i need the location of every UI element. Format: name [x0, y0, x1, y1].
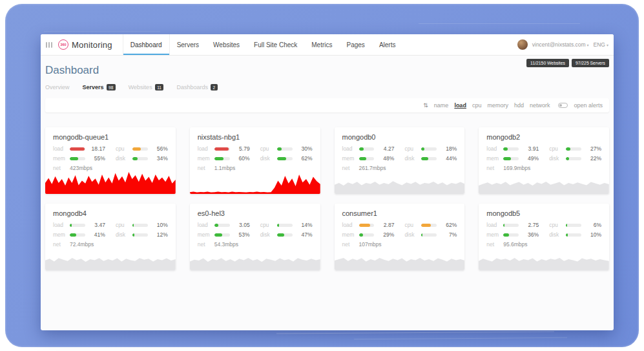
server-name: mongodb5 — [479, 204, 609, 220]
server-card-es0-hel3[interactable]: es0-hel3load3.05cpu14%mem53%disk47%net54… — [190, 204, 320, 270]
server-name: mongodb-queue1 — [45, 127, 176, 144]
sort-option-hdd[interactable]: hdd — [514, 102, 524, 109]
nav-tab-websites[interactable]: Websites — [206, 34, 247, 55]
metric-label-disk: disk — [260, 155, 273, 162]
metric-label-disk: disk — [549, 155, 562, 162]
subtab-overview[interactable]: Overview — [45, 84, 70, 90]
metric-bar-fill — [132, 233, 134, 237]
counter-badge-websites[interactable]: 11/2150 Websites — [526, 59, 569, 67]
metric-bar-fill — [421, 233, 422, 237]
nav-tab-metrics[interactable]: Metrics — [304, 34, 339, 55]
metric-disk: disk47% — [260, 231, 313, 238]
metric-cpu: cpu14% — [260, 222, 313, 228]
metric-disk: disk34% — [116, 155, 168, 162]
metric-bar-disk — [277, 157, 293, 160]
nav-tab-full-site-check[interactable]: Full Site Check — [247, 34, 304, 55]
nav-tab-alerts[interactable]: Alerts — [372, 34, 403, 55]
open-alerts-toggle-icon[interactable] — [558, 103, 568, 108]
subtab-servers[interactable]: Servers98 — [83, 84, 116, 90]
metric-label-load: load — [486, 145, 499, 152]
metric-mem: mem60% — [198, 155, 250, 162]
metric-value-load: 3.91 — [523, 145, 539, 152]
metric-label-net: net — [53, 165, 66, 171]
metric-bar-mem — [503, 233, 519, 237]
sort-option-name[interactable]: name — [434, 102, 449, 109]
server-card-mongodb5[interactable]: mongodb5load2.75cpu6%mem36%disk10%net95.… — [479, 204, 609, 270]
sort-options: nameloadcpumemoryhddnetwork — [434, 102, 550, 109]
metric-label-load: load — [342, 222, 355, 228]
metric-load: load2.87 — [342, 222, 395, 228]
load-sparkline — [190, 172, 320, 194]
metric-label-mem: mem — [198, 231, 211, 238]
metrics: load2.75cpu6%mem36%disk10% — [479, 220, 609, 238]
metric-disk: disk7% — [404, 231, 457, 238]
metric-cpu: cpu62% — [404, 222, 457, 228]
metric-value-disk: 10% — [585, 231, 601, 238]
metric-bar-mem — [214, 157, 230, 160]
metric-bar-fill — [503, 233, 509, 237]
server-card-mongodb2[interactable]: mongodb2load3.91cpu27%mem49%disk22%net16… — [479, 127, 609, 194]
metric-bar-disk — [566, 233, 581, 237]
nav-tab-pages[interactable]: Pages — [340, 34, 372, 55]
page-head: Dashboard 11/2150 Websites97/225 Servers — [45, 56, 609, 77]
nav-tab-dashboard[interactable]: Dashboard — [123, 34, 170, 55]
server-card-nixstats-nbg1[interactable]: nixstats-nbg1load5.79cpu30%mem60%disk62%… — [190, 127, 320, 194]
metric-label-cpu: cpu — [116, 145, 129, 152]
subtab-websites[interactable]: Websites11 — [129, 84, 164, 90]
metric-net: net107mbps — [335, 238, 465, 248]
open-alerts-toggle-label[interactable]: open alerts — [574, 102, 603, 109]
metric-label-mem: mem — [342, 155, 355, 162]
metric-label-disk: disk — [404, 231, 417, 238]
server-card-mongodb-queue1[interactable]: mongodb-queue1load18.17cpu56%mem55%disk3… — [45, 127, 176, 194]
metric-label-net: net — [486, 165, 499, 171]
metric-value-disk: 12% — [152, 231, 168, 238]
logo-360-icon: 360 — [58, 39, 68, 50]
metric-value-mem: 48% — [378, 155, 394, 162]
metric-value-load: 3.47 — [89, 222, 105, 228]
metric-value-mem: 53% — [234, 231, 250, 238]
decor-line — [276, 331, 554, 334]
sort-option-cpu[interactable]: cpu — [472, 102, 482, 109]
subtab-label: Dashboards — [176, 84, 208, 90]
metric-value-load: 4.27 — [378, 145, 394, 152]
metric-label-cpu: cpu — [404, 222, 417, 228]
sort-option-memory[interactable]: memory — [487, 102, 508, 109]
apps-grid-icon[interactable] — [46, 42, 52, 48]
sort-option-network[interactable]: network — [530, 102, 550, 109]
logo[interactable]: 360 Monitoring — [58, 34, 112, 55]
metric-mem: mem29% — [342, 231, 395, 238]
metric-bar-fill — [566, 157, 569, 160]
metric-value-net: 107mbps — [359, 241, 382, 248]
counter-badge-servers[interactable]: 97/225 Servers — [572, 59, 609, 67]
metric-cpu: cpu10% — [116, 222, 168, 228]
metric-bar-load — [359, 147, 375, 151]
sort-direction-icon[interactable]: ⇅ — [423, 103, 428, 109]
metric-value-mem: 55% — [89, 155, 105, 162]
metric-load: load4.27 — [342, 145, 395, 152]
load-sparkline — [45, 248, 176, 270]
metric-bar-cpu — [566, 224, 581, 227]
metric-load: load3.91 — [486, 145, 539, 152]
nav-tabs: DashboardServersWebsitesFull Site CheckM… — [123, 34, 403, 55]
metric-label-cpu: cpu — [549, 222, 562, 228]
nav-tab-servers[interactable]: Servers — [170, 34, 206, 55]
metric-disk: disk10% — [549, 231, 601, 238]
metric-bar-disk — [421, 233, 437, 237]
metric-value-disk: 44% — [441, 155, 457, 162]
sort-option-load[interactable]: load — [454, 102, 466, 109]
server-card-mongodb4[interactable]: mongodb4load3.47cpu10%mem41%disk12%net72… — [45, 204, 176, 270]
metric-label-cpu: cpu — [404, 145, 417, 152]
metric-label-load: load — [198, 222, 211, 228]
language-dropdown[interactable]: ENG▾ — [594, 41, 608, 48]
metric-value-net: 95.6mbps — [503, 241, 527, 248]
user-avatar[interactable] — [517, 39, 528, 50]
user-email-dropdown[interactable]: vincent@nixstats.com▾ — [532, 41, 589, 48]
server-card-consumer1[interactable]: consumer1load2.87cpu62%mem29%disk7%net10… — [335, 204, 465, 270]
metric-bar-fill — [503, 157, 511, 160]
metric-bar-fill — [503, 147, 507, 151]
server-name: mongodb0 — [335, 127, 465, 144]
metric-cpu: cpu6% — [549, 222, 601, 228]
server-card-mongodb0[interactable]: mongodb0load4.27cpu18%mem48%disk44%net26… — [335, 127, 465, 194]
subtab-dashboards[interactable]: Dashboards2 — [176, 84, 217, 90]
app-window: 360 Monitoring DashboardServersWebsitesF… — [41, 34, 614, 330]
